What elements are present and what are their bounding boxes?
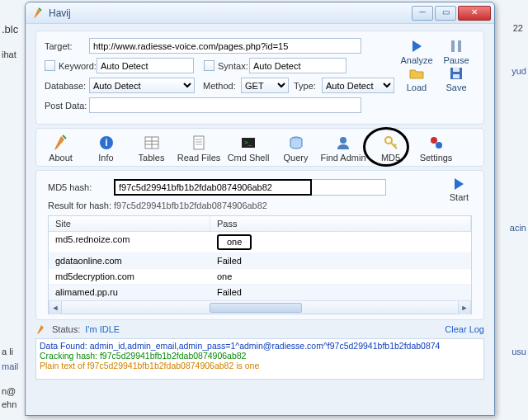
hash-label: MD5 hash: <box>48 182 114 192</box>
maximize-button[interactable]: ▭ <box>435 6 456 21</box>
table-row[interactable]: alimamed.pp.ru Failed <box>49 285 471 300</box>
target-panel: Target: Keyword: Syntax: Database: Auto … <box>35 31 484 125</box>
admin-icon <box>334 134 352 152</box>
status-icon <box>35 323 47 335</box>
log-line: Cracking hash: f97c5d29941bfb1b2fdab0874… <box>40 351 480 361</box>
postdata-label: Post Data: <box>45 101 89 111</box>
log-box[interactable]: Data Found: admin_id,admin_email,admin_p… <box>35 338 484 380</box>
minimize-button[interactable]: ─ <box>412 6 433 21</box>
database-select[interactable]: Auto Detect <box>89 78 195 93</box>
md5-button[interactable]: MD5 <box>368 132 413 164</box>
keyword-input[interactable] <box>97 58 194 73</box>
svg-text:i: i <box>105 137 107 149</box>
col-pass[interactable]: Pass <box>210 216 471 231</box>
carrot-icon <box>32 7 44 19</box>
result-label: Result for hash: <box>48 201 114 210</box>
hash-input[interactable] <box>114 179 312 196</box>
query-button[interactable]: Query <box>273 132 318 164</box>
window-title: Havij <box>49 7 412 19</box>
table-row[interactable]: md5decryption.com one <box>49 269 471 285</box>
tables-icon <box>143 134 161 152</box>
syntax-checkbox[interactable] <box>204 60 214 71</box>
folder-icon <box>408 65 425 82</box>
target-label: Target: <box>45 41 89 51</box>
svg-text:>_: >_ <box>244 139 252 146</box>
result-value: f97c5d29941bfb1b2fdab0874906ab82 <box>114 201 267 210</box>
database-label: Database: <box>45 81 89 91</box>
log-line: Data Found: admin_id,admin_email,admin_p… <box>40 341 480 351</box>
svg-point-19 <box>385 137 392 144</box>
h-scrollbar[interactable]: ◄ ► <box>49 300 471 314</box>
svg-rect-1 <box>458 40 461 52</box>
main-toolbar: About i Info Tables Read Files >_ Cmd Sh… <box>35 128 484 167</box>
svg-point-20 <box>431 137 437 144</box>
syntax-input[interactable] <box>249 58 346 73</box>
method-label: Method: <box>203 81 241 91</box>
info-icon: i <box>97 134 116 152</box>
status-bar: Status: I'm IDLE Clear Log <box>35 323 484 335</box>
col-site[interactable]: Site <box>49 216 210 231</box>
method-select[interactable]: GET <box>241 78 289 93</box>
svg-rect-3 <box>453 68 460 72</box>
analyze-button[interactable]: Analyze <box>399 38 434 65</box>
terminal-icon: >_ <box>239 134 257 152</box>
app-window: Havij ─ ▭ ✕ Target: Keyword: Syntax: Dat… <box>25 2 495 416</box>
gear-icon <box>427 134 446 152</box>
type-label: Type: <box>294 81 322 91</box>
pass-highlight: one <box>217 234 252 250</box>
table-row[interactable]: gdataonline.com Failed <box>49 253 471 269</box>
close-button[interactable]: ✕ <box>458 6 491 21</box>
table-row[interactable]: md5.rednoize.com one <box>49 232 471 253</box>
save-icon <box>448 65 464 82</box>
scroll-left-icon[interactable]: ◄ <box>49 301 62 314</box>
info-button[interactable]: i Info <box>83 132 129 164</box>
type-select[interactable]: Auto Detect <box>322 78 394 93</box>
clear-log-link[interactable]: Clear Log <box>445 324 484 334</box>
keyword-label: Keyword: <box>59 61 97 71</box>
pause-icon <box>448 38 464 54</box>
hash-input-ext[interactable] <box>312 179 386 196</box>
syntax-label: Syntax: <box>218 61 249 71</box>
pause-button[interactable]: Pause <box>439 38 474 65</box>
keyword-checkbox[interactable] <box>45 60 55 71</box>
svg-rect-4 <box>453 74 460 78</box>
readfiles-button[interactable]: Read Files <box>174 132 224 164</box>
cmdshell-button[interactable]: >_ Cmd Shell <box>224 132 273 164</box>
md5-panel: MD5 hash: Start Result for hash: f97c5d2… <box>35 170 484 320</box>
postdata-input[interactable] <box>89 97 361 113</box>
log-line: Plain text of f97c5d29941bfb1b2fdab08749… <box>40 361 480 370</box>
status-value: I'm IDLE <box>85 324 120 334</box>
tables-button[interactable]: Tables <box>129 132 174 164</box>
key-icon <box>382 134 400 152</box>
svg-rect-11 <box>194 136 204 149</box>
title-bar[interactable]: Havij ─ ▭ ✕ <box>26 2 494 24</box>
play-icon <box>408 38 425 54</box>
load-button[interactable]: Load <box>399 65 434 92</box>
settings-button[interactable]: Settings <box>413 132 459 164</box>
svg-point-18 <box>340 137 346 144</box>
scroll-thumb[interactable] <box>210 303 303 313</box>
findadmin-button[interactable]: Find Admin <box>318 132 368 164</box>
query-icon <box>287 134 305 152</box>
play-icon <box>450 176 467 192</box>
results-table: Site Pass md5.rednoize.com one gdataonli… <box>48 215 472 314</box>
target-input[interactable] <box>89 38 361 54</box>
save-button[interactable]: Save <box>439 65 474 92</box>
svg-rect-0 <box>451 40 455 52</box>
file-icon <box>190 134 208 152</box>
about-button[interactable]: About <box>38 132 83 164</box>
status-label: Status: <box>52 324 80 334</box>
start-button[interactable]: Start <box>450 176 469 202</box>
svg-point-21 <box>436 142 442 149</box>
carrot-icon <box>52 134 70 152</box>
scroll-right-icon[interactable]: ► <box>458 301 471 314</box>
